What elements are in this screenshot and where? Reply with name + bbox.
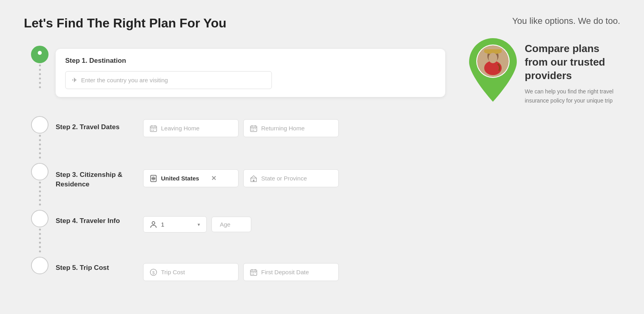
- step-4-dots: [39, 227, 41, 254]
- person-icon: [150, 221, 157, 228]
- svg-point-0: [38, 51, 42, 55]
- svg-rect-23: [253, 180, 254, 182]
- step-5-indicator: [24, 254, 56, 274]
- svg-point-43: [489, 53, 497, 63]
- step-5-inner: Step 5. Trip Cost $ Trip Cost: [56, 260, 453, 281]
- building-icon: [250, 174, 257, 182]
- svg-rect-31: [252, 272, 252, 273]
- calendar-return-icon: [250, 124, 257, 132]
- steps-container: Step 1. Destination ✈ Enter the country …: [24, 43, 453, 281]
- plane-icon: ✈: [72, 76, 77, 84]
- step-2-inner: Step 2. Travel Dates: [56, 119, 453, 137]
- svg-rect-18: [253, 130, 254, 131]
- svg-rect-41: [484, 49, 502, 52]
- step-2-dots: [39, 134, 41, 160]
- age-input[interactable]: Age: [211, 217, 251, 232]
- calendar-leave-icon: [150, 124, 157, 132]
- map-pin-svg: [469, 38, 517, 102]
- step-1-row: Step 1. Destination ✈ Enter the country …: [24, 43, 453, 113]
- traveler-count: 1: [161, 221, 164, 228]
- traveler-count-select[interactable]: 1 ▾: [143, 216, 207, 233]
- traveler-fields: 1 ▾ Age: [143, 216, 251, 233]
- svg-rect-8: [151, 130, 152, 131]
- pin-icon: [34, 47, 45, 62]
- age-placeholder: Age: [220, 221, 231, 228]
- step-3-content: Step 3. Citizenship & Residence: [56, 160, 453, 205]
- svg-rect-9: [153, 130, 154, 131]
- step-1-content: Step 1. Destination ✈ Enter the country …: [56, 43, 453, 113]
- step-4-label: Step 4. Traveler Info: [56, 213, 143, 225]
- step-1-label: Step 1. Destination: [65, 57, 436, 65]
- province-placeholder: State or Province: [261, 175, 307, 182]
- deposit-date-input[interactable]: First Deposit Date: [243, 263, 339, 281]
- clear-country-button[interactable]: ✕: [211, 174, 216, 182]
- compare-title: Compare plans from our trusted providers: [525, 42, 620, 82]
- step-2-content: Step 2. Travel Dates: [56, 113, 453, 153]
- citizenship-fields: United States ✕: [143, 169, 339, 187]
- province-input[interactable]: State or Province: [243, 169, 339, 187]
- svg-rect-34: [252, 274, 252, 275]
- step-3-label: Step 3. Citizenship & Residence: [56, 166, 143, 189]
- step-2-indicator: [24, 113, 56, 160]
- svg-rect-33: [255, 272, 256, 273]
- returning-placeholder: Returning Home: [261, 125, 305, 132]
- step-1-indicator: [24, 43, 56, 89]
- country-input[interactable]: United States ✕: [143, 169, 239, 187]
- left-panel: Let's Find The Right Plan For You: [24, 16, 453, 281]
- step-2-row: Step 2. Travel Dates: [24, 113, 453, 160]
- svg-rect-5: [151, 128, 152, 129]
- deposit-calendar-icon: [250, 268, 257, 276]
- destination-input[interactable]: ✈ Enter the country you are visiting: [65, 71, 272, 89]
- step-1-circle: [31, 46, 48, 63]
- step-3-inner: Step 3. Citizenship & Residence: [56, 166, 453, 189]
- dollar-icon: $: [150, 268, 157, 276]
- destination-placeholder: Enter the country you are visiting: [81, 77, 168, 83]
- trip-cost-fields: $ Trip Cost: [143, 263, 339, 281]
- step-5-circle: [31, 257, 48, 274]
- trip-cost-input[interactable]: $ Trip Cost: [143, 263, 239, 281]
- step-3-row: Step 3. Citizenship & Residence: [24, 160, 453, 207]
- step-1-card: Step 1. Destination ✈ Enter the country …: [56, 49, 445, 97]
- step-4-circle: [31, 210, 48, 227]
- passport-icon: [150, 174, 157, 182]
- deposit-placeholder: First Deposit Date: [261, 269, 309, 275]
- step-5-label: Step 5. Trip Cost: [56, 260, 143, 272]
- step-4-indicator: [24, 207, 56, 254]
- page-title: Let's Find The Right Plan For You: [24, 16, 453, 31]
- compare-text-block: Compare plans from our trusted providers…: [525, 38, 620, 105]
- step-5-row: Step 5. Trip Cost $ Trip Cost: [24, 254, 453, 281]
- trip-cost-placeholder: Trip Cost: [161, 269, 185, 275]
- svg-rect-6: [153, 128, 154, 129]
- pin-container: Compare plans from our trusted providers…: [469, 38, 620, 105]
- svg-rect-14: [252, 128, 252, 129]
- returning-home-input[interactable]: Returning Home: [243, 119, 339, 137]
- step-4-content: Step 4. Traveler Info 1 ▾: [56, 207, 453, 248]
- right-panel-title: You like options. We do too.: [469, 16, 620, 26]
- date-fields: Leaving Home: [143, 119, 339, 137]
- leaving-home-input[interactable]: Leaving Home: [143, 119, 239, 137]
- step-3-indicator: [24, 160, 56, 207]
- compare-desc: We can help you find the right travel in…: [525, 87, 620, 105]
- country-value: United States: [161, 175, 199, 182]
- svg-rect-32: [253, 272, 254, 273]
- leaving-placeholder: Leaving Home: [161, 125, 200, 132]
- step-2-label: Step 2. Travel Dates: [56, 119, 143, 131]
- right-panel: You like options. We do too.: [469, 16, 620, 281]
- svg-point-24: [152, 222, 155, 225]
- svg-rect-17: [252, 130, 252, 131]
- map-pin: [469, 38, 517, 103]
- step-3-circle: [31, 163, 48, 180]
- step-4-row: Step 4. Traveler Info 1 ▾: [24, 207, 453, 254]
- chevron-down-icon: ▾: [198, 222, 200, 227]
- svg-rect-16: [255, 128, 256, 129]
- svg-rect-15: [253, 128, 254, 129]
- step-4-inner: Step 4. Traveler Info 1 ▾: [56, 213, 453, 233]
- step-2-circle: [31, 116, 48, 134]
- svg-rect-7: [155, 128, 155, 129]
- step-5-content: Step 5. Trip Cost $ Trip Cost: [56, 254, 453, 281]
- svg-text:$: $: [152, 270, 155, 275]
- svg-rect-35: [253, 274, 254, 275]
- step-3-dots: [39, 180, 41, 207]
- step-1-dots: [39, 63, 41, 89]
